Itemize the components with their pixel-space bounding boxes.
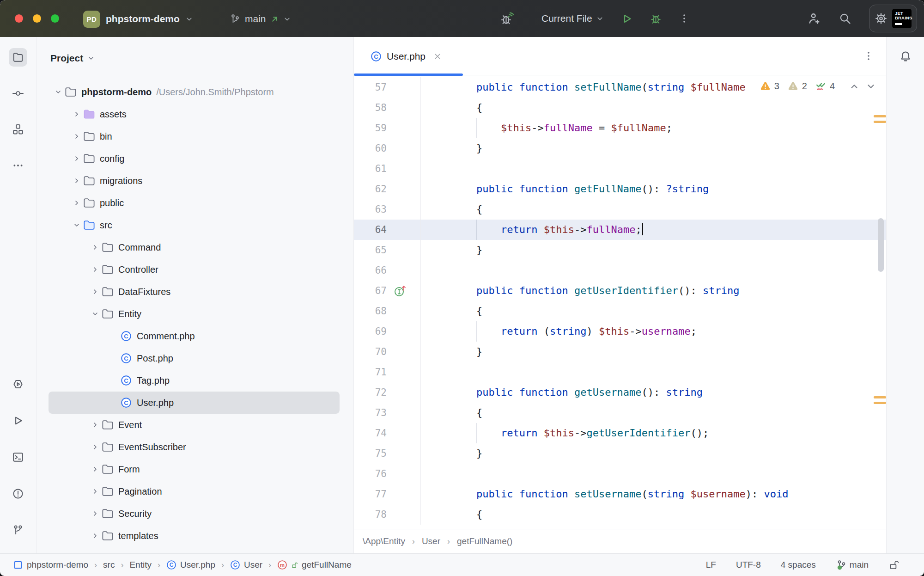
code-line-61[interactable]: 61 bbox=[354, 159, 886, 179]
chevron-down-icon[interactable] bbox=[52, 88, 65, 96]
tree-item-Security[interactable]: Security bbox=[49, 502, 340, 525]
tree-item-bin[interactable]: bin bbox=[49, 125, 340, 147]
tree-item-config[interactable]: config bbox=[49, 147, 340, 170]
tree-item-public[interactable]: public bbox=[49, 192, 340, 214]
editor-gutter[interactable]: 76 bbox=[354, 464, 421, 484]
editor-gutter[interactable]: 77 bbox=[354, 484, 421, 504]
editor-gutter[interactable]: 61 bbox=[354, 159, 421, 179]
editor-gutter[interactable]: 69 bbox=[354, 321, 421, 342]
code-text[interactable]: $this->fullName = $fullName; bbox=[421, 118, 886, 138]
line-number[interactable]: 61 bbox=[375, 159, 387, 179]
line-number[interactable]: 77 bbox=[375, 484, 387, 504]
line-number[interactable]: 62 bbox=[375, 179, 387, 199]
close-tab-icon[interactable] bbox=[433, 52, 442, 61]
line-number[interactable]: 67 bbox=[375, 281, 387, 301]
chevron-right-icon[interactable] bbox=[70, 133, 83, 140]
profiler-icon[interactable] bbox=[500, 11, 515, 26]
status-crumb-User[interactable]: CUser bbox=[230, 560, 262, 570]
code-text[interactable] bbox=[421, 260, 886, 281]
chevron-right-icon[interactable] bbox=[89, 443, 102, 451]
editor-gutter[interactable]: 60 bbox=[354, 138, 421, 159]
tool-strip-version-control-button[interactable] bbox=[9, 521, 27, 539]
code-line-62[interactable]: 62 public function getFullName(): ?strin… bbox=[354, 179, 886, 199]
status-crumb-Entity[interactable]: Entity bbox=[129, 560, 152, 570]
code-text[interactable]: public function setUsername(string $user… bbox=[421, 484, 886, 504]
editor-gutter[interactable]: 59 bbox=[354, 118, 421, 138]
chevron-right-icon[interactable] bbox=[89, 266, 102, 273]
chevron-right-icon[interactable] bbox=[89, 244, 102, 251]
tool-strip-run-outline-button[interactable] bbox=[9, 411, 27, 430]
previous-problem-icon[interactable] bbox=[849, 81, 859, 92]
line-number[interactable]: 78 bbox=[375, 504, 387, 525]
tree-item-migrations[interactable]: migrations bbox=[49, 170, 340, 192]
editor-gutter[interactable]: 64 bbox=[354, 220, 421, 240]
line-number[interactable]: 70 bbox=[375, 342, 387, 362]
line-number[interactable]: 59 bbox=[375, 118, 387, 138]
chevron-right-icon[interactable] bbox=[89, 421, 102, 429]
settings-widget[interactable]: JETBRAINS bbox=[869, 5, 917, 32]
editor-gutter[interactable]: 65 bbox=[354, 240, 421, 260]
code-line-59[interactable]: 59 $this->fullName = $fullName; bbox=[354, 118, 886, 138]
code-text[interactable]: public function getFullName(): ?string bbox=[421, 179, 886, 199]
code-text[interactable]: } bbox=[421, 443, 886, 464]
status-crumb-phpstorm-demo[interactable]: phpstorm-demo bbox=[13, 560, 88, 570]
editor-gutter[interactable]: 78 bbox=[354, 504, 421, 525]
chevron-right-icon[interactable] bbox=[89, 488, 102, 495]
vcs-widget[interactable]: main bbox=[230, 9, 291, 29]
code-text[interactable]: } bbox=[421, 138, 886, 159]
run-configuration-selector[interactable]: Current File bbox=[541, 13, 604, 24]
breadcrumb-item[interactable]: User bbox=[422, 536, 440, 546]
line-number[interactable]: 63 bbox=[375, 199, 387, 220]
editor-options-icon[interactable] bbox=[863, 50, 874, 61]
editor-gutter[interactable]: 72 bbox=[354, 382, 421, 403]
tree-item-Command[interactable]: Command bbox=[49, 236, 340, 258]
status-crumb-src[interactable]: src bbox=[103, 560, 115, 570]
code-text[interactable]: } bbox=[421, 240, 886, 260]
code-line-67[interactable]: 67 public function getUserIdentifier(): … bbox=[354, 281, 886, 301]
code-line-65[interactable]: 65 } bbox=[354, 240, 886, 260]
status-line-separator[interactable]: LF bbox=[706, 560, 716, 570]
code-text[interactable]: public function getUsername(): string bbox=[421, 382, 886, 403]
line-number[interactable]: 76 bbox=[375, 464, 387, 484]
editor-scrollbar-thumb[interactable] bbox=[878, 218, 884, 272]
code-line-70[interactable]: 70 } bbox=[354, 342, 886, 362]
line-number[interactable]: 73 bbox=[375, 403, 387, 423]
code-text[interactable]: { bbox=[421, 403, 886, 423]
status-read-only-toggle[interactable] bbox=[888, 559, 900, 570]
tree-item-DataFixtures[interactable]: DataFixtures bbox=[49, 281, 340, 303]
chevron-down-icon[interactable] bbox=[70, 221, 83, 229]
code-text[interactable]: { bbox=[421, 199, 886, 220]
code-area[interactable]: 57 public function setFullName(string $f… bbox=[354, 75, 886, 529]
error-stripe-mark[interactable] bbox=[874, 115, 886, 117]
minimize-window-button[interactable] bbox=[33, 14, 41, 23]
status-encoding[interactable]: UTF-8 bbox=[736, 560, 761, 570]
tree-item-assets[interactable]: assets bbox=[49, 103, 340, 125]
chevron-right-icon[interactable] bbox=[89, 466, 102, 473]
notifications-button[interactable] bbox=[897, 48, 914, 65]
more-run-options-icon[interactable] bbox=[679, 13, 690, 24]
tool-strip-services-button[interactable] bbox=[9, 375, 27, 393]
chevron-right-icon[interactable] bbox=[70, 177, 83, 184]
code-text[interactable] bbox=[421, 464, 886, 484]
chevron-right-icon[interactable] bbox=[70, 155, 83, 162]
tree-item-Comment.php[interactable]: CComment.php bbox=[49, 325, 340, 347]
code-line-64[interactable]: 64 return $this->fullName; bbox=[354, 220, 886, 240]
code-line-77[interactable]: 77 public function setUsername(string $u… bbox=[354, 484, 886, 504]
editor-gutter[interactable]: 62 bbox=[354, 179, 421, 199]
line-number[interactable]: 65 bbox=[375, 240, 387, 260]
tree-item-src[interactable]: src bbox=[49, 214, 340, 236]
tree-item-templates[interactable]: templates bbox=[49, 525, 340, 547]
status-indent[interactable]: 4 spaces bbox=[781, 560, 816, 570]
error-stripe-mark[interactable] bbox=[874, 396, 886, 398]
tree-item-Tag.php[interactable]: CTag.php bbox=[49, 369, 340, 392]
code-text[interactable] bbox=[421, 159, 886, 179]
line-number[interactable]: 71 bbox=[375, 362, 387, 382]
tree-item-EventSubscriber[interactable]: EventSubscriber bbox=[49, 436, 340, 458]
code-line-71[interactable]: 71 bbox=[354, 362, 886, 382]
status-crumb-getFullName[interactable]: mgetFullName bbox=[277, 560, 352, 570]
tool-strip-terminal-button[interactable] bbox=[9, 448, 27, 466]
line-number[interactable]: 74 bbox=[375, 423, 387, 443]
tool-strip-structure-button[interactable] bbox=[9, 120, 27, 139]
inspection-ok[interactable]: 4 bbox=[815, 80, 835, 92]
code-text[interactable]: { bbox=[421, 301, 886, 321]
